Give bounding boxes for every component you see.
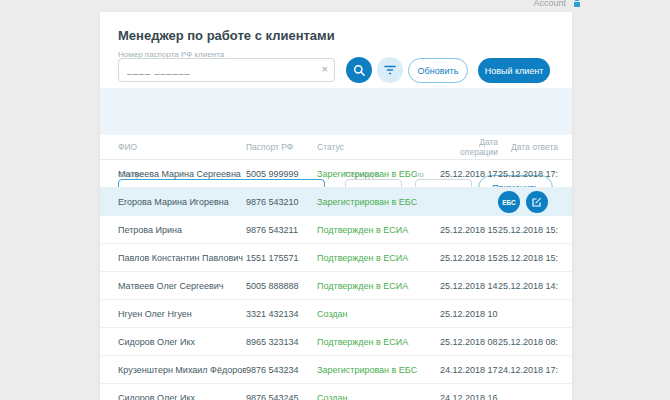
cell-operation-date: 25.12.2018 08:32 bbox=[440, 337, 498, 347]
cell-status: Зарегистрирован в ЕБС bbox=[317, 197, 440, 207]
table-row[interactable]: Нгуен Олег Нгуен 3321 432134 Создан 25.1… bbox=[100, 300, 572, 328]
refresh-button[interactable]: Обновить bbox=[408, 58, 468, 83]
table-row[interactable]: Егорова Марина Игоревна 9876 543210 Заре… bbox=[100, 188, 572, 216]
filter-button[interactable] bbox=[377, 57, 403, 83]
cell-operation-date: 24.12.2018 17:41 bbox=[440, 365, 498, 375]
cell-passport: 9876 543245 bbox=[246, 393, 317, 400]
cell-operation-date: 25.12.2018 15:30 bbox=[440, 253, 498, 263]
cell-status: Подтвержден в ЕСИА bbox=[317, 281, 440, 291]
cell-passport: 9876 543210 bbox=[246, 197, 317, 207]
search-button[interactable] bbox=[346, 57, 372, 83]
column-header-response-date: Дата ответа bbox=[498, 142, 558, 152]
new-client-button[interactable]: Новый клиент bbox=[478, 58, 550, 83]
cell-name: Петрова Ирина bbox=[118, 225, 246, 235]
cell-response-date: 25.12.2018 08:32 bbox=[498, 337, 558, 347]
cell-passport: 3321 432134 bbox=[246, 309, 317, 319]
client-manager-card: Менеджер по работе с клиентами Номер пас… bbox=[100, 12, 572, 400]
column-header-name: ФИО bbox=[118, 142, 246, 152]
cell-passport: 5005 888888 bbox=[246, 281, 317, 291]
cell-name: Сидоров Олег Икх bbox=[118, 337, 246, 347]
cell-name: Павлов Константин Павлович bbox=[118, 253, 246, 263]
cell-status: Создан bbox=[317, 309, 440, 319]
cell-passport: 9876 543234 bbox=[246, 365, 317, 375]
cell-response-date: 25.12.2018 17:10 bbox=[498, 169, 558, 179]
cell-passport: 5005 999999 bbox=[246, 169, 317, 179]
passport-input[interactable] bbox=[118, 58, 335, 82]
search-icon bbox=[353, 64, 366, 77]
column-header-passport: Паспорт РФ bbox=[246, 142, 317, 152]
table-row[interactable]: Петрова Ирина 9876 543211 Подтвержден в … bbox=[100, 216, 572, 244]
cell-passport: 9876 543211 bbox=[246, 225, 317, 235]
clear-input-icon[interactable]: × bbox=[322, 63, 328, 76]
cell-operation-date: 25.12.2018 10:13 bbox=[440, 309, 498, 319]
table-row[interactable]: Сидоров Олег Икх 8965 323134 Подтвержден… bbox=[100, 328, 572, 356]
cell-name: Крузенштерн Михаил Фёдорович bbox=[118, 365, 246, 375]
column-header-operation-date: Дата операции bbox=[440, 137, 498, 157]
cell-operation-date: 24.12.2018 16:41 bbox=[440, 393, 498, 400]
cell-response-date: 25.12.2018 15:30 bbox=[498, 253, 558, 263]
cell-status: Зарегистрирован в ЕБС bbox=[317, 365, 440, 375]
cell-operation-date: 25.12.2018 15:48 bbox=[440, 225, 498, 235]
cell-status: Подтвержден в ЕСИА bbox=[317, 253, 440, 263]
column-header-status: Статус bbox=[317, 142, 440, 152]
account-icon[interactable] bbox=[574, 0, 580, 8]
cell-status: Подтвержден в ЕСИА bbox=[317, 225, 440, 235]
cell-passport: 1551 175571 bbox=[246, 253, 317, 263]
table-row[interactable]: Павлов Константин Павлович 1551 175571 П… bbox=[100, 244, 572, 272]
cell-passport: 8965 323134 bbox=[246, 337, 317, 347]
passport-input-wrap: × bbox=[118, 58, 335, 82]
table-row[interactable]: Крузенштерн Михаил Фёдорович 9876 543234… bbox=[100, 356, 572, 384]
cell-status: Создан bbox=[317, 393, 440, 400]
cell-name: Егорова Марина Игоревна bbox=[118, 197, 246, 207]
table-row[interactable]: Сидоров Олег Икх 9876 543245 Создан 24.1… bbox=[100, 384, 572, 400]
account-label[interactable]: Account bbox=[533, 0, 566, 8]
cell-name: Матвеева Марина Сергеевна bbox=[118, 169, 246, 179]
table-row[interactable]: Матвеева Марина Сергеевна 5005 999999 За… bbox=[100, 160, 572, 188]
cell-status: Зарегистрирован в ЕБС bbox=[317, 169, 440, 179]
ebs-button[interactable]: ЕБС bbox=[498, 191, 520, 213]
cell-name: Сидоров Олег Икх bbox=[118, 393, 246, 400]
cell-response-date: 25.12.2018 14:01 bbox=[498, 281, 558, 291]
edit-icon bbox=[531, 196, 543, 208]
row-actions: ЕБС bbox=[498, 191, 548, 213]
cell-operation-date: 25.12.2018 14:01 bbox=[440, 281, 498, 291]
cell-response-date: 24.12.2018 17:41 bbox=[498, 365, 558, 375]
filter-icon bbox=[383, 64, 397, 76]
filter-band: Статус Все ⌄ Период с 19/12/2018 по 26/1… bbox=[100, 88, 572, 135]
table-body: Матвеева Марина Сергеевна 5005 999999 За… bbox=[100, 160, 572, 400]
cell-status: Подтвержден в ЕСИА bbox=[317, 337, 440, 347]
table-row[interactable]: Матвеев Олег Сергеевич 5005 888888 Подтв… bbox=[100, 272, 572, 300]
page-title: Менеджер по работе с клиентами bbox=[118, 28, 335, 43]
cell-response-date: 25.12.2018 15:48 bbox=[498, 225, 558, 235]
table-header: ФИО Паспорт РФ Статус Дата операции Дата… bbox=[100, 135, 572, 160]
edit-button[interactable] bbox=[526, 191, 548, 213]
cell-name: Матвеев Олег Сергеевич bbox=[118, 281, 246, 291]
cell-operation-date: 25.12.2018 17:09 bbox=[440, 169, 498, 179]
cell-name: Нгуен Олег Нгуен bbox=[118, 309, 246, 319]
